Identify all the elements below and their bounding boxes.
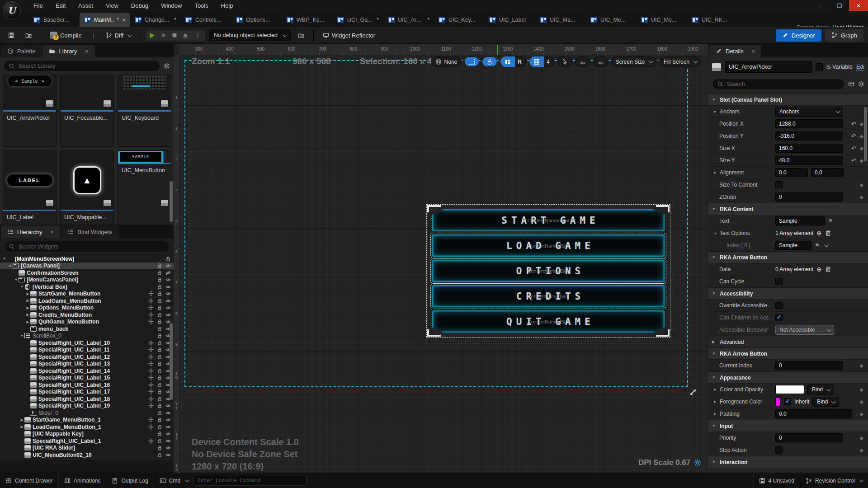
drag-handle-icon[interactable] bbox=[148, 305, 154, 310]
drag-handle-icon[interactable] bbox=[148, 375, 154, 380]
dpi-settings-gear-icon[interactable] bbox=[694, 459, 701, 466]
visibility-eye-icon[interactable] bbox=[165, 424, 171, 430]
hierarchy-scrollbar[interactable] bbox=[170, 323, 173, 400]
eject-button[interactable] bbox=[182, 32, 189, 38]
library-search[interactable] bbox=[4, 60, 160, 72]
hierarchy-tree-row[interactable]: [UIC Mappable Key] bbox=[0, 431, 174, 438]
drag-handle-icon[interactable] bbox=[148, 312, 154, 318]
tab-close-icon[interactable]: × bbox=[85, 48, 89, 55]
debug-browse-button[interactable] bbox=[294, 30, 308, 41]
close-button[interactable]: ✕ bbox=[849, 0, 868, 12]
drag-handle-icon[interactable] bbox=[148, 354, 154, 360]
asset-tab[interactable]: UIC_Label * × bbox=[485, 13, 535, 27]
expander-icon[interactable] bbox=[25, 292, 30, 296]
create-binding-icon[interactable]: ◆ bbox=[860, 447, 863, 453]
library-widget-card[interactable]: «Sample» UIC_ArrowPicker bbox=[3, 75, 57, 147]
designer-mode-button[interactable]: Designer bbox=[776, 29, 821, 42]
revision-control-button[interactable]: Revision Control bbox=[800, 473, 868, 488]
lock-icon[interactable] bbox=[157, 445, 162, 450]
alignment-x-input[interactable] bbox=[775, 168, 808, 177]
reset-to-default-icon[interactable]: ↶ bbox=[851, 121, 856, 127]
hierarchy-tree-row[interactable]: SpecialRight_UIC_Label_17 bbox=[0, 389, 174, 396]
visibility-eye-icon[interactable] bbox=[165, 263, 171, 268]
layout-mode-toggle[interactable]: R bbox=[500, 56, 526, 67]
expander-icon[interactable] bbox=[19, 418, 24, 422]
create-binding-icon[interactable]: ◆ bbox=[860, 133, 863, 139]
hierarchy-tree-row[interactable]: [MainMenuScreenNew] bbox=[0, 255, 174, 263]
lock-icon[interactable] bbox=[157, 368, 162, 374]
library-widget-card[interactable]: — UIC_Focusable... bbox=[60, 75, 114, 147]
details-scrollbar[interactable] bbox=[864, 107, 867, 161]
tab-close-icon[interactable]: × bbox=[51, 229, 54, 235]
asset-tab[interactable]: WBP_Ke... * × bbox=[282, 13, 333, 27]
drag-handle-icon[interactable] bbox=[148, 291, 154, 296]
size-y-input[interactable] bbox=[775, 156, 843, 165]
hierarchy-tree-row[interactable]: LoadGame_MenuButton bbox=[0, 297, 174, 305]
hierarchy-tree-row[interactable]: SpecialRight_UIC_Label_19 bbox=[0, 403, 174, 410]
hierarchy-tree-row[interactable]: SpecialRight_UIC_Label_16 bbox=[0, 381, 174, 389]
lock-icon[interactable] bbox=[157, 417, 162, 422]
asset-tab[interactable]: UCI_Ga... * × bbox=[333, 13, 383, 27]
lock-icon[interactable] bbox=[157, 284, 162, 290]
hierarchy-tree-row[interactable]: StartGame_MenuButton_1 bbox=[0, 417, 174, 424]
hierarchy-search[interactable] bbox=[4, 241, 170, 253]
section-appearance[interactable]: ▼Appearance bbox=[708, 371, 868, 383]
lock-icon[interactable] bbox=[157, 452, 162, 458]
reset-to-default-icon[interactable]: ↶ bbox=[851, 133, 856, 140]
section-interaction[interactable]: ▼Interaction bbox=[708, 456, 868, 468]
vertical-box-selection[interactable]: START GAME ContentNamedSlot LOAD GAME Co… bbox=[426, 204, 670, 338]
menu-item[interactable]: Help bbox=[215, 0, 240, 11]
add-array-element-icon[interactable]: ⊕ bbox=[816, 230, 822, 237]
color-bind-button[interactable]: Bind bbox=[807, 385, 834, 394]
hierarchy-tree-row[interactable]: SpecialRight_UIC_Label_13 bbox=[0, 361, 174, 368]
details-search[interactable] bbox=[712, 78, 844, 90]
position-x-input[interactable] bbox=[775, 119, 843, 128]
menu-item[interactable]: Window bbox=[155, 0, 188, 11]
current-index-input[interactable] bbox=[775, 361, 843, 370]
create-binding-icon[interactable]: ◆ bbox=[860, 158, 863, 164]
menu-item[interactable]: Asset bbox=[72, 0, 99, 11]
expander-icon[interactable] bbox=[25, 313, 30, 317]
hierarchy-tree-row[interactable]: LoadGame_MenuButton_1 bbox=[0, 423, 174, 431]
lock-icon[interactable] bbox=[157, 340, 162, 346]
details-settings-gear-icon[interactable] bbox=[858, 81, 864, 87]
asset-tab[interactable]: UIC_Ar... * × bbox=[383, 13, 434, 27]
hierarchy-tree-row[interactable]: [Canvas Panel] bbox=[0, 263, 174, 270]
library-search-input[interactable] bbox=[19, 63, 155, 69]
menu-item[interactable]: Debug bbox=[125, 0, 155, 11]
padding-input[interactable] bbox=[775, 409, 852, 418]
size-x-input[interactable] bbox=[775, 144, 843, 153]
localize-flag-icon[interactable]: ⚑ bbox=[815, 242, 820, 249]
create-binding-icon[interactable]: ◆ bbox=[860, 363, 863, 369]
library-settings-gear-icon[interactable] bbox=[164, 63, 170, 69]
localize-flag-icon[interactable]: ⚑ bbox=[828, 218, 833, 224]
drag-handle-icon[interactable] bbox=[148, 424, 154, 430]
alignment-y-input[interactable] bbox=[811, 168, 844, 177]
asset-tab[interactable]: UIC_Key... * × bbox=[434, 13, 485, 27]
section-advanced[interactable]: ▶Advanced bbox=[708, 336, 868, 347]
section-rka-content[interactable]: ▼RKA Content bbox=[708, 203, 868, 215]
reset-to-default-icon[interactable]: ↶ bbox=[851, 145, 856, 152]
visibility-eye-icon[interactable] bbox=[165, 431, 171, 436]
preview-background-button[interactable] bbox=[575, 56, 590, 67]
is-variable-checkbox[interactable] bbox=[816, 63, 823, 70]
menu-button[interactable]: LOAD GAME ContentNamedSlot bbox=[432, 235, 665, 257]
visibility-eye-icon[interactable] bbox=[165, 312, 171, 318]
foreground-color-swatch[interactable] bbox=[775, 397, 781, 406]
menu-item[interactable]: File bbox=[27, 0, 49, 11]
play-options-icon[interactable]: ⋮ bbox=[193, 32, 203, 39]
expander-icon[interactable] bbox=[14, 278, 19, 282]
lock-icon[interactable] bbox=[157, 431, 162, 436]
visibility-eye-icon[interactable] bbox=[165, 277, 171, 282]
lock-icon[interactable] bbox=[157, 389, 162, 394]
resize-handle-icon[interactable] bbox=[689, 388, 697, 396]
section-input[interactable]: ▼Input bbox=[708, 420, 868, 432]
create-binding-icon[interactable]: ◆ bbox=[860, 145, 863, 151]
asset-tab[interactable]: MainM... * × bbox=[80, 13, 130, 27]
visibility-eye-icon[interactable] bbox=[165, 410, 171, 416]
hierarchy-tree-row[interactable]: SpecialRight_UIC_Label_1 bbox=[0, 437, 174, 445]
edit-blueprint-link[interactable]: Edi bbox=[856, 64, 864, 70]
asset-tab[interactable]: Change... * × bbox=[130, 13, 181, 27]
unsaved-assets-button[interactable]: 4 Unsaved bbox=[753, 473, 800, 488]
drag-handle-icon[interactable] bbox=[148, 298, 154, 304]
